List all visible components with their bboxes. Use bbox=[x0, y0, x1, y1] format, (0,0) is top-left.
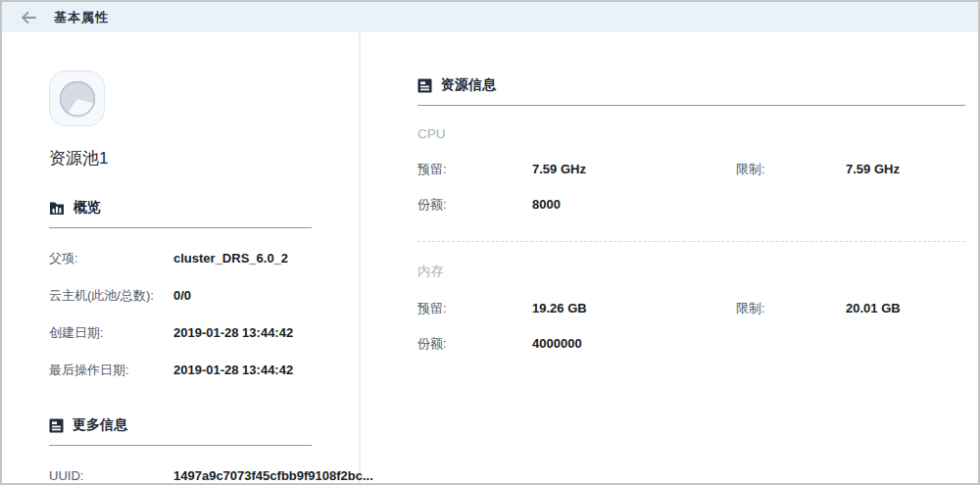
topbar: 基本属性 bbox=[2, 2, 978, 32]
field-value: 8000 bbox=[532, 197, 736, 212]
field-value: 7.59 GHz bbox=[846, 162, 965, 176]
field-label: 最后操作日期: bbox=[49, 363, 173, 377]
field-label: 创建日期: bbox=[49, 325, 173, 340]
field-row-created-date: 创建日期: 2019-01-28 13:44:42 bbox=[49, 325, 312, 340]
field-row-vm-count: 云主机(此池/总数): 0/0 bbox=[49, 288, 312, 303]
subsection-label-cpu: CPU bbox=[417, 126, 965, 141]
memory-shares-row: 份额: 4000000 bbox=[417, 336, 965, 351]
bar-chart-icon bbox=[49, 200, 65, 216]
field-label: 预留: bbox=[417, 162, 532, 176]
pie-chart-icon bbox=[59, 80, 96, 118]
resource-info-panel: 资源信息 CPU 预留: 7.59 GHz 限制: 7.59 GHz 份额: 8… bbox=[361, 32, 978, 483]
field-label: 限制: bbox=[736, 301, 846, 315]
field-value: 7.59 GHz bbox=[532, 162, 736, 176]
field-label: 云主机(此池/总数): bbox=[49, 288, 173, 303]
field-value: 20.01 GB bbox=[846, 301, 965, 315]
field-row-last-operation-date: 最后操作日期: 2019-01-28 13:44:42 bbox=[49, 363, 312, 377]
overview-header: 概览 bbox=[49, 199, 312, 228]
memory-reservation-row: 预留: 19.26 GB 限制: 20.01 GB bbox=[417, 301, 965, 315]
cpu-reservation-row: 预留: 7.59 GHz 限制: 7.59 GHz bbox=[417, 162, 965, 176]
document-icon bbox=[49, 418, 64, 433]
pool-name: 资源池1 bbox=[49, 147, 359, 170]
field-value: 2019-01-28 13:44:42 bbox=[173, 363, 293, 377]
field-label: UUID: bbox=[49, 468, 173, 483]
field-row-uuid: UUID: 1497a9c7073f45cfbb9f9108f2bc... bbox=[49, 468, 312, 483]
cpu-shares-row: 份额: 8000 bbox=[417, 197, 965, 212]
more-info-title: 更多信息 bbox=[73, 416, 127, 434]
field-value: 19.26 GB bbox=[532, 301, 736, 315]
field-value: 1497a9c7073f45cfbb9f9108f2bc... bbox=[173, 468, 373, 483]
document-icon bbox=[417, 78, 432, 93]
more-info-header: 更多信息 bbox=[49, 416, 312, 446]
field-label: 份额: bbox=[417, 336, 532, 351]
field-label: 限制: bbox=[736, 162, 846, 176]
field-label: 父项: bbox=[49, 251, 173, 266]
field-label: 份额: bbox=[417, 197, 532, 212]
field-row-parent: 父项: cluster_DRS_6.0_2 bbox=[49, 251, 312, 266]
page-title: 基本属性 bbox=[54, 9, 109, 26]
field-value: cluster_DRS_6.0_2 bbox=[173, 251, 288, 266]
field-value: 0/0 bbox=[173, 288, 191, 303]
content: 资源池1 概览 父项: cluster_DRS_6.0_2 bbox=[2, 32, 978, 483]
subsection-label-memory: 内存 bbox=[417, 263, 965, 280]
back-arrow-icon[interactable] bbox=[20, 9, 37, 26]
section-more-info: 更多信息 UUID: 1497a9c7073f45cfbb9f9108f2bc.… bbox=[49, 416, 312, 483]
resource-pool-icon bbox=[49, 71, 105, 126]
overview-title: 概览 bbox=[74, 199, 101, 217]
summary-panel: 资源池1 概览 父项: cluster_DRS_6.0_2 bbox=[2, 32, 361, 483]
resource-info-title: 资源信息 bbox=[441, 76, 496, 94]
field-value: 2019-01-28 13:44:42 bbox=[173, 325, 293, 340]
basic-properties-window: 基本属性 资源池1 概览 bbox=[0, 0, 980, 485]
section-overview: 概览 父项: cluster_DRS_6.0_2 云主机(此池/总数): 0/0… bbox=[49, 199, 312, 377]
resource-info-header: 资源信息 bbox=[417, 76, 965, 106]
field-label: 预留: bbox=[417, 301, 532, 315]
field-value: 4000000 bbox=[532, 336, 736, 351]
section-divider bbox=[417, 241, 965, 242]
